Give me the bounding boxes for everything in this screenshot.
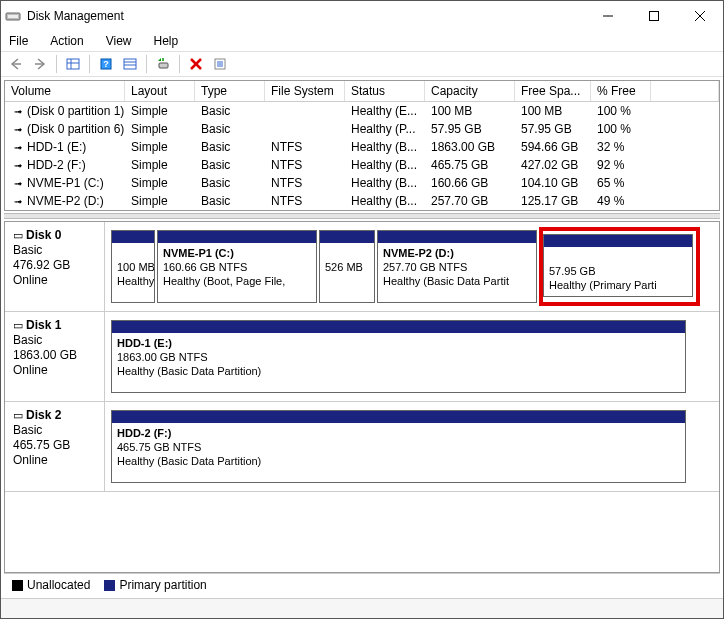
col-volume[interactable]: Volume (5, 81, 125, 101)
disk-partitions: HDD-1 (E:)1863.00 GB NTFSHealthy (Basic … (105, 312, 719, 401)
table-row[interactable]: ➟(Disk 0 partition 1)SimpleBasicHealthy … (5, 102, 719, 120)
volume-icon: ➟ (11, 142, 25, 153)
table-body: ➟(Disk 0 partition 1)SimpleBasicHealthy … (5, 102, 719, 210)
partition[interactable]: 526 MB (319, 230, 375, 303)
col-filesystem[interactable]: File System (265, 81, 345, 101)
legend-primary: Primary partition (104, 578, 206, 592)
statusbar (1, 598, 723, 618)
menu-view[interactable]: View (102, 33, 136, 49)
titlebar[interactable]: Disk Management (1, 1, 723, 31)
view-panes-icon[interactable] (62, 53, 84, 75)
svg-text:?: ? (103, 59, 109, 69)
graphical-view: ▭Disk 0Basic476.92 GBOnline 100 MBHealth… (4, 221, 720, 573)
disk-label[interactable]: ▭Disk 1Basic1863.00 GBOnline (5, 312, 105, 401)
volume-icon: ➟ (11, 196, 25, 207)
col-type[interactable]: Type (195, 81, 265, 101)
partition[interactable]: 100 MBHealthy (111, 230, 155, 303)
toolbar-separator (179, 55, 180, 73)
menu-file[interactable]: File (5, 33, 32, 49)
disk-partitions: 100 MBHealthyNVME-P1 (C:)160.66 GB NTFSH… (105, 222, 719, 311)
volume-icon: ➟ (11, 178, 25, 189)
svg-rect-13 (124, 59, 136, 69)
partition-stripe (320, 231, 374, 243)
menubar: File Action View Help (1, 31, 723, 51)
disk-row: ▭Disk 0Basic476.92 GBOnline 100 MBHealth… (5, 222, 719, 312)
table-row[interactable]: ➟(Disk 0 partition 6)SimpleBasicHealthy … (5, 120, 719, 138)
back-button[interactable] (5, 53, 27, 75)
toolbar: ? (1, 51, 723, 77)
delete-icon[interactable] (185, 53, 207, 75)
partition-stripe (112, 231, 154, 243)
legend-unallocated: Unallocated (12, 578, 90, 592)
disk-row: ▭Disk 2Basic465.75 GBOnlineHDD-2 (F:)465… (5, 402, 719, 492)
partition-stripe (158, 231, 316, 243)
window-title: Disk Management (27, 9, 585, 23)
col-capacity[interactable]: Capacity (425, 81, 515, 101)
volume-table: Volume Layout Type File System Status Ca… (4, 80, 720, 211)
close-button[interactable] (677, 1, 723, 31)
col-free[interactable]: Free Spa... (515, 81, 591, 101)
partition[interactable]: 57.95 GBHealthy (Primary Parti (543, 234, 693, 297)
drive-icon: ▭ (13, 409, 23, 421)
content-area: Volume Layout Type File System Status Ca… (1, 77, 723, 598)
partition-stripe (112, 411, 685, 423)
disk-management-window: Disk Management File Action View Help ? … (0, 0, 724, 619)
volume-icon: ➟ (11, 160, 25, 171)
refresh-icon[interactable] (152, 53, 174, 75)
splitter[interactable] (4, 213, 720, 219)
col-spacer (651, 81, 719, 101)
drive-icon: ▭ (13, 229, 23, 241)
menu-action[interactable]: Action (46, 33, 87, 49)
svg-rect-8 (67, 59, 79, 69)
disk-partitions: HDD-2 (F:)465.75 GB NTFSHealthy (Basic D… (105, 402, 719, 491)
app-icon (5, 8, 21, 24)
drive-icon: ▭ (13, 319, 23, 331)
disk-label[interactable]: ▭Disk 0Basic476.92 GBOnline (5, 222, 105, 311)
menu-help[interactable]: Help (150, 33, 183, 49)
col-status[interactable]: Status (345, 81, 425, 101)
col-pctfree[interactable]: % Free (591, 81, 651, 101)
table-row[interactable]: ➟HDD-1 (E:)SimpleBasicNTFSHealthy (B...1… (5, 138, 719, 156)
legend: Unallocated Primary partition (4, 573, 720, 595)
svg-rect-16 (159, 63, 168, 68)
volume-icon: ➟ (11, 106, 25, 117)
maximize-button[interactable] (631, 1, 677, 31)
disk-row: ▭Disk 1Basic1863.00 GBOnlineHDD-1 (E:)18… (5, 312, 719, 402)
partition-stripe (378, 231, 536, 243)
partition[interactable]: HDD-2 (F:)465.75 GB NTFSHealthy (Basic D… (111, 410, 686, 483)
help-icon[interactable]: ? (95, 53, 117, 75)
partition-stripe (544, 235, 692, 247)
col-layout[interactable]: Layout (125, 81, 195, 101)
window-controls (585, 1, 723, 31)
table-row[interactable]: ➟NVME-P1 (C:)SimpleBasicNTFSHealthy (B..… (5, 174, 719, 192)
minimize-button[interactable] (585, 1, 631, 31)
highlighted-partition: 57.95 GBHealthy (Primary Parti (539, 227, 700, 306)
partition-stripe (112, 321, 685, 333)
svg-rect-1 (8, 15, 18, 18)
partition[interactable]: NVME-P1 (C:)160.66 GB NTFSHealthy (Boot,… (157, 230, 317, 303)
toolbar-separator (146, 55, 147, 73)
disk-label[interactable]: ▭Disk 2Basic465.75 GBOnline (5, 402, 105, 491)
partition[interactable]: NVME-P2 (D:)257.70 GB NTFSHealthy (Basic… (377, 230, 537, 303)
svg-rect-3 (650, 12, 659, 21)
table-row[interactable]: ➟NVME-P2 (D:)SimpleBasicNTFSHealthy (B..… (5, 192, 719, 210)
list-view-icon[interactable] (119, 53, 141, 75)
partition[interactable]: HDD-1 (E:)1863.00 GB NTFSHealthy (Basic … (111, 320, 686, 393)
table-header: Volume Layout Type File System Status Ca… (5, 81, 719, 102)
table-row[interactable]: ➟HDD-2 (F:)SimpleBasicNTFSHealthy (B...4… (5, 156, 719, 174)
toolbar-separator (56, 55, 57, 73)
properties-icon[interactable] (209, 53, 231, 75)
forward-button[interactable] (29, 53, 51, 75)
toolbar-separator (89, 55, 90, 73)
volume-icon: ➟ (11, 124, 25, 135)
